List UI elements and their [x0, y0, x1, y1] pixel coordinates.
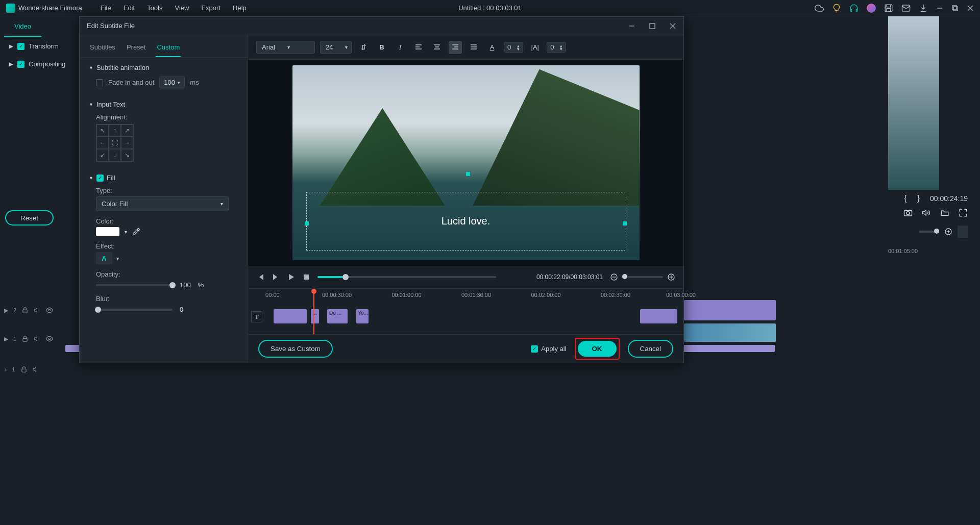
tab-video[interactable]: Video: [4, 16, 41, 37]
fill-enable-checkbox[interactable]: ✓: [96, 174, 104, 182]
progress-bar[interactable]: [317, 276, 496, 278]
font-size-select[interactable]: 24▾: [320, 41, 352, 54]
bg-fit-icon[interactable]: [958, 226, 968, 238]
download-icon[interactable]: [919, 4, 928, 13]
align-left-button[interactable]: [412, 41, 425, 54]
brace-right-icon[interactable]: }: [917, 194, 920, 203]
align-center[interactable]: ⛶: [109, 137, 121, 149]
headphones-icon[interactable]: [849, 4, 859, 13]
close-icon[interactable]: [967, 5, 974, 12]
subtitle-clip[interactable]: [274, 309, 307, 323]
zoom-in-icon[interactable]: [667, 273, 675, 281]
align-bottom-right[interactable]: ↘: [121, 149, 133, 161]
align-left[interactable]: ←: [96, 137, 109, 149]
speaker-icon[interactable]: [922, 208, 931, 217]
eyedropper-icon[interactable]: [132, 228, 140, 236]
maximize-icon[interactable]: [951, 5, 959, 12]
dialog-minimize-icon[interactable]: [628, 22, 635, 30]
align-top-right[interactable]: ↗: [121, 124, 133, 137]
menu-view[interactable]: View: [168, 2, 195, 14]
section-head-fill[interactable]: ▼ ✓ Fill: [89, 174, 238, 182]
section-head-animation[interactable]: ▼ Subtitle animation: [89, 64, 238, 71]
bg-track-head-audio[interactable]: ♪1: [4, 359, 65, 380]
mini-track[interactable]: ... Do ... Yo...: [265, 309, 677, 326]
sidebar-item-compositing[interactable]: ▶ ✓ Compositing: [0, 55, 79, 73]
opacity-slider[interactable]: [96, 284, 173, 286]
checkbox-on-icon[interactable]: ✓: [17, 61, 24, 68]
folder-icon[interactable]: [940, 208, 949, 217]
zoom-slider[interactable]: [622, 276, 663, 278]
align-top[interactable]: ↑: [109, 124, 121, 137]
zoom-out-icon[interactable]: [610, 273, 618, 281]
subtitle-clip[interactable]: Yo...: [356, 309, 369, 323]
tab-preset[interactable]: Preset: [126, 40, 147, 57]
menu-file[interactable]: File: [94, 2, 117, 14]
fade-duration-input[interactable]: 100▾: [159, 77, 185, 88]
stop-icon[interactable]: [302, 273, 310, 281]
mute-icon[interactable]: [34, 307, 41, 314]
align-right-button[interactable]: [449, 41, 462, 54]
align-right[interactable]: →: [121, 137, 133, 149]
lock-icon[interactable]: [20, 366, 28, 373]
dialog-maximize-icon[interactable]: [649, 22, 656, 30]
eye-icon[interactable]: [46, 335, 53, 342]
align-bottom[interactable]: ↓: [109, 149, 121, 161]
char-width-input[interactable]: 0▴▾: [547, 42, 566, 53]
tab-custom[interactable]: Custom: [156, 40, 181, 57]
subtitle-clip[interactable]: Do ...: [327, 309, 348, 323]
subtitle-clip[interactable]: ...: [311, 309, 319, 323]
blur-slider[interactable]: [96, 309, 173, 311]
effect-swatch[interactable]: A: [96, 252, 112, 264]
chevron-down-icon[interactable]: ▾: [125, 229, 127, 235]
bold-button[interactable]: B: [375, 41, 388, 54]
cloud-icon[interactable]: [815, 4, 824, 13]
text-color-button[interactable]: A: [485, 41, 499, 54]
mail-icon[interactable]: [901, 4, 911, 13]
lock-icon[interactable]: [21, 335, 29, 342]
lightbulb-icon[interactable]: [832, 4, 841, 13]
cancel-button[interactable]: Cancel: [628, 340, 674, 358]
color-swatch[interactable]: [96, 227, 119, 236]
bg-video-clip[interactable]: [684, 323, 776, 342]
menu-help[interactable]: Help: [227, 2, 253, 14]
bg-zoom-slider[interactable]: [919, 231, 939, 233]
playhead[interactable]: [313, 289, 314, 334]
align-top-left[interactable]: ↖: [96, 124, 109, 137]
text-track-icon[interactable]: T: [251, 311, 262, 322]
resize-handle[interactable]: [305, 221, 309, 226]
line-height-icon[interactable]: ⇵: [357, 41, 370, 54]
subtitle-clip[interactable]: [640, 309, 677, 323]
char-width-icon[interactable]: |A|: [528, 41, 542, 54]
menu-edit[interactable]: Edit: [117, 2, 141, 14]
eye-icon[interactable]: [46, 307, 53, 314]
camera-icon[interactable]: [903, 208, 913, 217]
reset-button[interactable]: Reset: [5, 210, 54, 226]
prev-frame-icon[interactable]: [256, 273, 264, 281]
subtitle-text[interactable]: Lucid love.: [442, 215, 491, 227]
apply-all-checkbox[interactable]: ✓ Apply all: [531, 345, 566, 353]
save-icon[interactable]: [884, 4, 893, 13]
align-center-button[interactable]: [430, 41, 444, 54]
fade-checkbox[interactable]: [96, 79, 103, 86]
save-as-custom-button[interactable]: Save as Custom: [258, 340, 333, 358]
checkbox-on-icon[interactable]: ✓: [17, 43, 24, 50]
sidebar-item-transform[interactable]: ▶ ✓ Transform: [0, 37, 79, 55]
fullscreen-icon[interactable]: [959, 208, 968, 217]
bg-track-head-text[interactable]: ▶2: [4, 300, 65, 320]
zoom-in-icon[interactable]: [944, 228, 952, 236]
italic-button[interactable]: I: [394, 41, 407, 54]
resize-handle[interactable]: [623, 221, 627, 226]
subtitle-bounding-box[interactable]: Lucid love.: [306, 192, 626, 251]
chevron-down-icon[interactable]: ▾: [116, 256, 119, 261]
tab-subtitles[interactable]: Subtitles: [89, 40, 116, 57]
play-icon[interactable]: [287, 273, 295, 281]
rotate-handle[interactable]: [466, 172, 470, 176]
menu-export[interactable]: Export: [195, 2, 227, 14]
bg-text-clip[interactable]: [684, 300, 776, 320]
letter-spacing-input[interactable]: 0▴▾: [504, 42, 523, 53]
fill-type-dropdown[interactable]: Color Fill ▾: [96, 196, 229, 211]
minimize-icon[interactable]: [936, 5, 943, 12]
section-head-input-text[interactable]: ▼ Input Text: [89, 101, 238, 108]
step-back-icon[interactable]: [272, 273, 280, 281]
menu-tools[interactable]: Tools: [141, 2, 168, 14]
